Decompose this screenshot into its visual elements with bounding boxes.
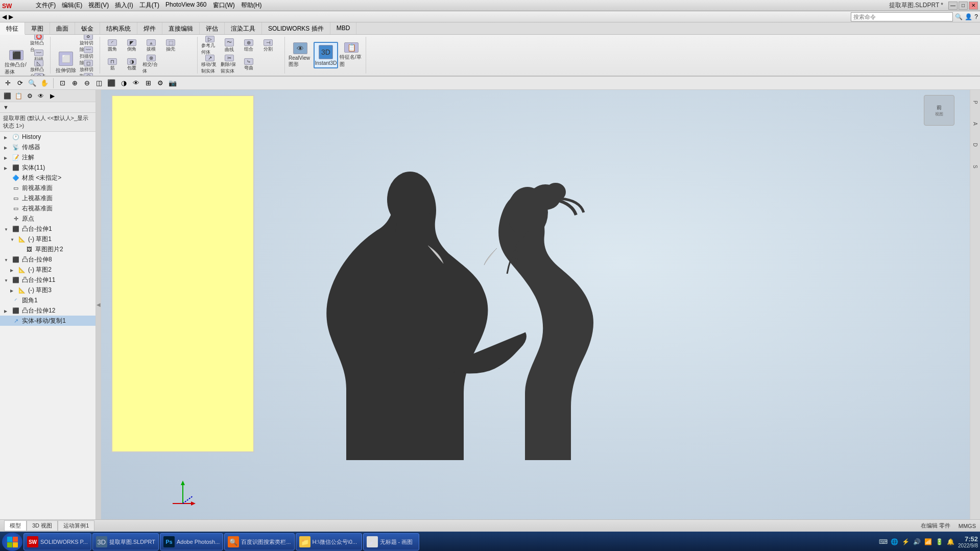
tab-motion1[interactable]: 运动算例1 [58, 520, 94, 531]
screen-capture-icon[interactable]: 📷 [167, 78, 178, 89]
tab-structure[interactable]: 结构系统 [100, 22, 137, 34]
tray-network-icon[interactable]: 📶 [923, 537, 933, 546]
menu-help[interactable]: 帮助(H) [238, 0, 265, 11]
zoom-to-fit-icon[interactable]: ⊡ [57, 78, 68, 89]
tray-icon-3[interactable]: ⚡ [901, 537, 910, 546]
tray-battery-icon[interactable]: 🔋 [935, 537, 944, 546]
command-search-input[interactable] [851, 12, 953, 21]
chamfer-button[interactable]: ◤倒角 [123, 40, 141, 52]
tree-item-history[interactable]: 🕐 History [0, 132, 95, 142]
menu-tools[interactable]: 工具(T) [136, 0, 162, 11]
search-icon[interactable]: 🔍 [955, 13, 963, 20]
hide-show-icon[interactable]: 👁 [130, 78, 141, 89]
instant3d-button[interactable]: 3D Instant3D [314, 42, 338, 68]
draft-button[interactable]: ⟁拔模 [142, 40, 160, 52]
tab-render[interactable]: 渲染工具 [225, 22, 262, 34]
taskbar-browser[interactable]: 🔍 百度识图搜索类栏... [224, 533, 294, 550]
tree-item-boss1[interactable]: ⬛ 凸台-拉伸1 [0, 224, 95, 234]
tray-icon-2[interactable]: 🌐 [890, 537, 899, 546]
split-button[interactable]: ⊣分割 [259, 40, 277, 52]
right-panel-icon-3[interactable]: D [971, 135, 980, 155]
right-panel-icon-2[interactable]: A [971, 113, 980, 134]
zoom-in-icon[interactable]: ⊕ [69, 78, 80, 89]
tree-item-front-plane[interactable]: ▭ 前视基准面 [0, 183, 95, 193]
tray-volume-icon[interactable]: 🔊 [912, 537, 921, 546]
intersect-button[interactable]: ⊗相交/合体 [142, 59, 160, 71]
menu-window[interactable]: 窗口(W) [210, 0, 238, 11]
right-panel-icon-1[interactable]: P [971, 92, 980, 112]
display-style-icon[interactable]: ◑ [118, 78, 129, 89]
tree-item-sketch3[interactable]: 📐 (-) 草图3 [0, 285, 95, 295]
tab-feature[interactable]: 特征 [0, 22, 25, 35]
taskbar-photoshop[interactable]: Ps Adobe Photosh... [160, 533, 223, 550]
reference-geometry-button[interactable]: ▷参考几何体 [201, 40, 219, 52]
taskbar-model[interactable]: 3D 提取草图.SLDPRT [92, 533, 159, 550]
tree-item-annotations[interactable]: 📝 注解 [0, 152, 95, 162]
tree-item-sketchimg2[interactable]: 🖼 草图图片2 [0, 244, 95, 254]
maximize-button[interactable]: □ [959, 2, 968, 10]
tree-item-top-plane[interactable]: ▭ 上视基准面 [0, 193, 95, 203]
menu-insert[interactable]: 插入(I) [112, 0, 136, 11]
tab-mbd[interactable]: MBD [330, 22, 357, 34]
combine-button[interactable]: ⊕组合 [240, 40, 258, 52]
3d-viewport[interactable]: 前 视图 [101, 90, 970, 519]
menu-view[interactable]: 视图(V) [85, 0, 112, 11]
tree-item-boss11[interactable]: ⬛ 凸台-拉伸11 [0, 275, 95, 285]
panel-resize-handle[interactable]: ◀ [96, 90, 101, 519]
view-settings-icon[interactable]: ⚙ [155, 78, 166, 89]
pan-icon[interactable]: ✋ [39, 78, 50, 89]
feature-tab-icon[interactable]: ⬛ [2, 91, 12, 101]
tree-item-fillet1[interactable]: ◜ 圆角1 [0, 295, 95, 305]
tree-item-sensors[interactable]: 📡 传感器 [0, 142, 95, 152]
tray-icon-1[interactable]: ⌨ [878, 537, 888, 546]
tray-notification-icon[interactable]: 🔔 [946, 537, 955, 546]
nav-forward-icon[interactable]: ▶ [9, 13, 13, 20]
config-tab-icon[interactable]: ⚙ [25, 91, 35, 101]
taskbar-paint[interactable]: 🖌 无标题 - 画图 [363, 533, 419, 550]
tab-sw-plugins[interactable]: SOLIDWORKS 插件 [262, 22, 330, 34]
tree-item-sketch2[interactable]: 📐 (-) 草图2 [0, 265, 95, 275]
tree-item-right-plane[interactable]: ▭ 右视基准面 [0, 203, 95, 213]
delete-solid-button[interactable]: ✂删除/保留实体 [220, 59, 238, 71]
tab-3dview[interactable]: 3D 视图 [27, 520, 58, 531]
right-panel-icon-4[interactable]: S [971, 156, 980, 177]
tab-evaluate[interactable]: 评估 [200, 22, 225, 34]
tree-item-boss8[interactable]: ⬛ 凸台-拉伸8 [0, 254, 95, 265]
tab-surface[interactable]: 曲面 [50, 22, 75, 34]
shell-button[interactable]: ⬚抽壳 [161, 40, 180, 52]
rib-button[interactable]: ⊓筋 [103, 59, 122, 71]
tab-sheetmetal[interactable]: 钣金 [75, 22, 100, 34]
curves-button[interactable]: 〜曲线 [220, 40, 238, 52]
tree-item-sketch1[interactable]: 📐 (-) 草图1 [0, 234, 95, 244]
start-button[interactable] [2, 533, 22, 551]
expand-arrow[interactable]: ▶ [47, 91, 57, 101]
zoom-out-icon[interactable]: ⊖ [81, 78, 92, 89]
view-orient-icon[interactable]: ◫ [93, 78, 105, 89]
move-solid-button[interactable]: ↗移动/复制实体 [201, 59, 219, 71]
move-icon[interactable]: ✛ [2, 78, 13, 89]
view-cube[interactable]: 前 视图 [924, 95, 954, 126]
minimize-button[interactable]: — [948, 2, 958, 10]
help-icon[interactable]: ? [974, 13, 978, 20]
boss-base-button[interactable]: ⬛ 拉伸凸台/基体 [4, 50, 29, 76]
view-mode-icon[interactable]: ⬛ [106, 78, 117, 89]
menu-photoview[interactable]: PhotoView 360 [162, 0, 210, 11]
tree-item-solid[interactable]: ⬛ 实体(11) [0, 162, 95, 173]
zoom-icon[interactable]: 🔍 [27, 78, 38, 89]
section-view-icon[interactable]: ⊞ [142, 78, 154, 89]
revolve-boss-button[interactable]: ⭕旋转凸台 [30, 37, 48, 49]
realview-button[interactable]: 👁 RealView 图形 [288, 42, 313, 68]
tree-item-boss12[interactable]: ⬛ 凸台-拉伸12 [0, 305, 95, 316]
menu-edit[interactable]: 编辑(E) [59, 0, 85, 11]
tree-item-origin[interactable]: ✛ 原点 [0, 213, 95, 224]
taskbar-folder[interactable]: 📁 H:\微信公众号\0... [296, 533, 362, 550]
extruded-cut-button[interactable]: ⬜ 拉伸切除 [54, 50, 78, 76]
display-tab-icon[interactable]: 👁 [36, 91, 46, 101]
tree-item-move1[interactable]: ↗ 实体-移动/复制1 [0, 316, 95, 326]
tab-direct-edit[interactable]: 直接编辑 [162, 22, 200, 34]
wrap-button[interactable]: ◑包覆 [123, 59, 141, 71]
bend-button[interactable]: ⤷弯曲 [240, 59, 258, 71]
property-tab-icon[interactable]: 📋 [13, 91, 23, 101]
tree-item-material[interactable]: 🔷 材质 <未指定> [0, 173, 95, 183]
close-button[interactable]: ✕ [969, 2, 978, 10]
